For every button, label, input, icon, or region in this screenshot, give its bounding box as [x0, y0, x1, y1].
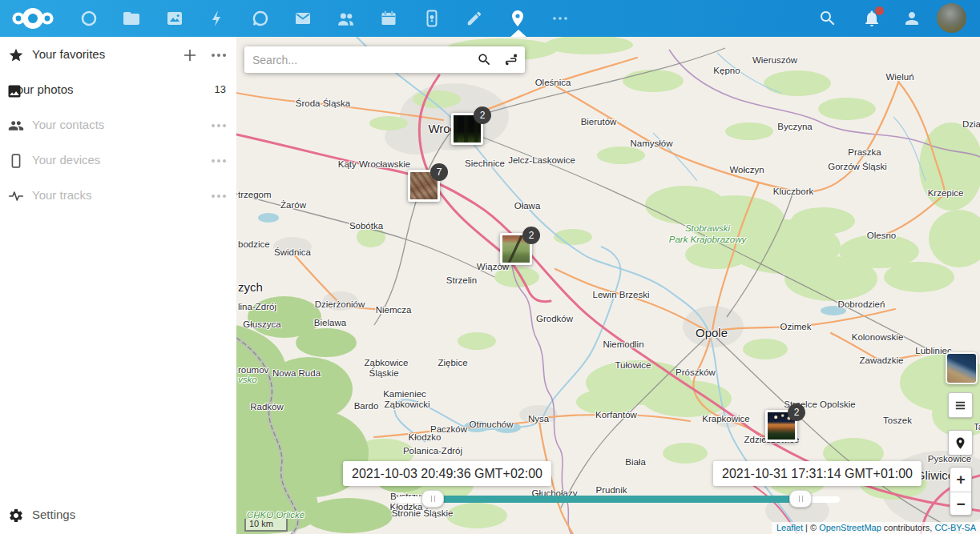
sidebar-item-contacts[interactable]: Your contacts	[0, 108, 236, 143]
attribution-text: | ©	[803, 523, 819, 532]
nextcloud-maps-app: Your favorites Your photos 13 Your conta…	[0, 0, 980, 534]
sidebar-item-label: Your devices	[32, 153, 100, 167]
add-favorite-icon[interactable]	[183, 48, 197, 62]
app-files-icon[interactable]	[111, 0, 154, 37]
sidebar-item-tracks[interactable]: Your tracks	[0, 179, 236, 214]
photo-cluster-marker[interactable]: 2	[765, 410, 797, 442]
app-circles-icon[interactable]	[67, 0, 111, 37]
user-avatar[interactable]	[937, 3, 966, 33]
cluster-count-badge: 2	[522, 227, 540, 244]
layers-menu-button[interactable]	[948, 392, 973, 418]
timeline-start-handle[interactable]	[421, 490, 444, 508]
map-scale: 10 km	[244, 519, 288, 532]
photos-icon	[6, 83, 22, 99]
cluster-count-badge: 2	[474, 106, 491, 124]
nextcloud-logo[interactable]	[11, 6, 54, 30]
contacts-menu-icon[interactable]	[902, 9, 922, 28]
more-icon[interactable]	[212, 54, 226, 57]
timeline-start-label: 2021-10-03 20:49:36 GMT+02:00	[343, 461, 551, 486]
zoom-out-button[interactable]: −	[950, 492, 971, 516]
leaflet-link[interactable]: Leaflet	[776, 523, 803, 532]
sidebar-item-label: Your favorites	[32, 47, 105, 61]
sidebar-item-label: Your contacts	[32, 118, 104, 131]
minimap-layer-preview[interactable]	[946, 352, 978, 384]
search-submit-icon[interactable]	[470, 46, 498, 73]
cluster-count-badge: 2	[788, 404, 805, 421]
route-icon[interactable]	[498, 46, 525, 73]
contacts-icon	[8, 118, 24, 134]
app-photos-icon[interactable]	[153, 0, 196, 37]
locate-button[interactable]	[948, 430, 973, 456]
sidebar-item-settings[interactable]: Settings	[0, 498, 236, 533]
timeline-end-label: 2021-10-31 17:31:14 GMT+01:00	[713, 461, 922, 486]
search-icon[interactable]	[818, 9, 837, 28]
photo-cluster-marker[interactable]: 2	[500, 233, 532, 265]
more-icon[interactable]	[212, 159, 226, 163]
sidebar: Your favorites Your photos 13 Your conta…	[0, 37, 236, 534]
map-attribution: Leaflet | © OpenStreetMap contributors, …	[772, 522, 980, 534]
active-app-caret	[510, 30, 526, 37]
app-activity-icon[interactable]	[196, 0, 240, 37]
sidebar-item-devices[interactable]: Your devices	[0, 143, 236, 179]
notifications-bell-icon[interactable]	[862, 9, 881, 28]
notification-dot	[875, 6, 884, 15]
more-icon[interactable]	[212, 124, 226, 127]
app-calendar-icon[interactable]	[368, 0, 411, 37]
more-icon[interactable]	[212, 195, 226, 198]
app-phonetrack-icon[interactable]	[410, 0, 454, 37]
map-search-box	[244, 46, 525, 73]
app-contacts-icon[interactable]	[325, 0, 368, 37]
app-mail-icon[interactable]	[282, 0, 325, 37]
devices-icon	[8, 153, 24, 169]
gear-icon	[8, 508, 24, 524]
settings-label: Settings	[32, 508, 75, 521]
map-tiles	[236, 37, 980, 534]
top-bar	[0, 0, 980, 37]
app-notes-icon[interactable]	[454, 0, 497, 37]
osm-link[interactable]: OpenStreetMap	[819, 523, 881, 532]
sidebar-item-favorites[interactable]: Your favorites	[0, 38, 236, 73]
sidebar-item-photos[interactable]: Your photos 13	[0, 73, 236, 108]
app-menu	[67, 0, 582, 37]
attribution-text: contributors,	[881, 523, 935, 532]
photo-cluster-marker[interactable]: 2	[451, 113, 483, 145]
timeline-selected-range[interactable]	[443, 496, 792, 503]
license-link[interactable]: CC-BY-SA	[934, 523, 976, 532]
timeline-end-handle[interactable]	[789, 490, 812, 508]
zoom-in-button[interactable]: +	[950, 468, 971, 492]
more-apps-icon[interactable]	[539, 0, 583, 37]
photo-cluster-marker[interactable]: 7	[408, 170, 440, 202]
map-canvas[interactable]: WieruszówKępnoWieluńOleśnicaŚroda Śląska…	[236, 37, 980, 534]
cluster-count-badge: 7	[430, 163, 448, 181]
zoom-control: + −	[950, 467, 972, 516]
photos-count: 13	[215, 83, 226, 95]
map-search-input[interactable]	[244, 54, 470, 66]
star-icon	[8, 47, 24, 63]
app-talk-icon[interactable]	[239, 0, 282, 37]
tracks-icon	[8, 188, 24, 204]
sidebar-item-label: Your tracks	[32, 188, 91, 202]
